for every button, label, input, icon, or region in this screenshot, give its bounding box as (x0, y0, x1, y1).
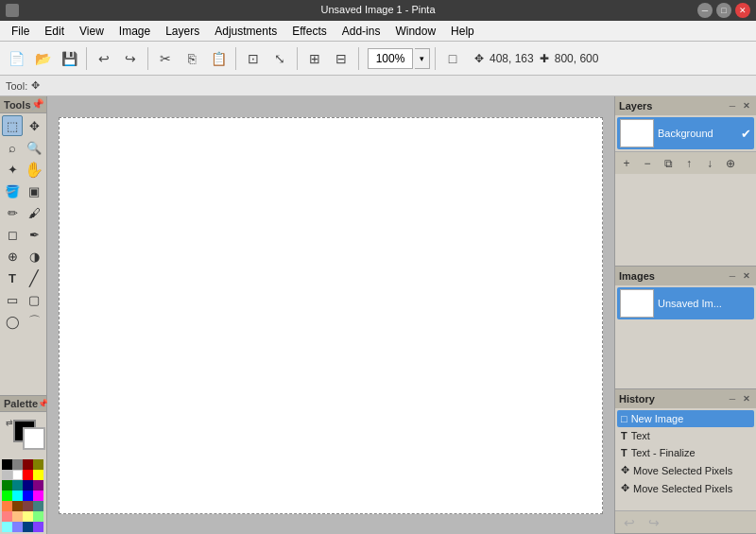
color-gray[interactable] (12, 459, 23, 470)
open-button[interactable]: 📂 (30, 46, 55, 71)
color-fuchsia[interactable] (33, 491, 43, 501)
zoom-dropdown[interactable]: ▾ (415, 48, 430, 69)
images-minimize-btn[interactable]: ─ (727, 270, 738, 282)
tool-rectangle[interactable]: ▭ (2, 289, 23, 310)
color-yellow[interactable] (33, 470, 43, 480)
tool-line[interactable]: ╱ (24, 267, 44, 288)
menu-help[interactable]: Help (443, 23, 482, 40)
layers-minimize-btn[interactable]: ─ (727, 100, 738, 112)
canvas-area[interactable] (47, 96, 614, 534)
color-red[interactable] (23, 470, 33, 480)
resize-button[interactable]: ⤡ (267, 46, 292, 71)
tool-rounded-rect[interactable]: ▢ (24, 289, 44, 310)
color-blue[interactable] (23, 491, 33, 501)
color-violet[interactable] (33, 522, 43, 532)
color-brown[interactable] (12, 501, 23, 511)
color-periwinkle[interactable] (12, 522, 23, 532)
menu-window[interactable]: Window (387, 23, 443, 40)
menu-edit[interactable]: Edit (37, 23, 72, 40)
color-slate[interactable] (33, 501, 43, 511)
fit-button[interactable]: □ (440, 46, 465, 71)
color-light-cyan[interactable] (2, 522, 12, 532)
history-close-btn[interactable]: ✕ (741, 393, 752, 405)
color-dark-blue[interactable] (23, 522, 33, 532)
menu-file[interactable]: File (4, 23, 37, 40)
color-light-red[interactable] (2, 511, 12, 522)
tool-gradient[interactable]: ▣ (24, 181, 44, 201)
select-all-button[interactable]: ⊞ (302, 46, 327, 71)
paste-button[interactable]: 📋 (206, 46, 231, 71)
layer-add-btn[interactable]: + (617, 154, 636, 173)
save-button[interactable]: 💾 (57, 46, 81, 71)
color-green[interactable] (2, 480, 12, 491)
history-item-text-finalize[interactable]: T Text - Finalize (617, 444, 754, 461)
layer-item-background[interactable]: Background ✔ (617, 117, 754, 149)
history-item-new-image[interactable]: □ New Image (617, 410, 754, 427)
color-purple[interactable] (33, 480, 43, 491)
close-button[interactable]: ✕ (735, 3, 750, 18)
layer-duplicate-btn[interactable]: ⧉ (659, 154, 678, 173)
tool-rectangle-select[interactable]: ⬚ (2, 115, 23, 136)
menu-effects[interactable]: Effects (284, 23, 334, 40)
undo-button[interactable]: ↩ (92, 46, 116, 71)
menu-addins[interactable]: Add-ins (335, 23, 388, 40)
history-item-move-2[interactable]: ✥ Move Selected Pixels (617, 479, 754, 497)
history-item-move-1[interactable]: ✥ Move Selected Pixels (617, 461, 754, 479)
background-color[interactable] (23, 427, 45, 450)
tool-move[interactable]: ✥ (24, 115, 44, 136)
redo-button[interactable]: ↪ (118, 46, 143, 71)
color-lime[interactable] (2, 491, 12, 501)
color-aqua[interactable] (12, 491, 23, 501)
swap-colors-icon[interactable]: ⇄ (6, 418, 15, 427)
history-redo-btn[interactable]: ↪ (644, 513, 664, 532)
layer-up-btn[interactable]: ↑ (679, 154, 698, 173)
tool-ellipse[interactable]: ◯ (2, 311, 23, 332)
canvas[interactable] (59, 117, 603, 514)
tool-magic-wand[interactable]: ✦ (2, 159, 23, 180)
tools-pin-icon[interactable]: 📌 (31, 98, 44, 111)
tool-recolor[interactable]: ◑ (24, 246, 44, 267)
history-item-text[interactable]: T Text (617, 427, 754, 444)
color-light-yellow[interactable] (23, 511, 33, 522)
color-dark-red[interactable] (23, 501, 33, 511)
tool-clone[interactable]: ⊕ (2, 246, 23, 267)
new-file-button[interactable]: 📄 (4, 46, 28, 71)
tool-zoom[interactable]: 🔍 (24, 137, 44, 158)
color-maroon[interactable] (23, 459, 33, 470)
color-white[interactable] (12, 470, 23, 480)
zoom-input[interactable]: 100% (368, 48, 413, 69)
tool-lasso[interactable]: ⌕ (2, 137, 23, 158)
tool-pan[interactable]: ✋ (24, 159, 44, 180)
tool-ink[interactable]: ✒ (24, 224, 44, 245)
color-navy[interactable] (23, 480, 33, 491)
history-undo-btn[interactable]: ↩ (619, 513, 640, 532)
color-teal[interactable] (12, 480, 23, 491)
layer-down-btn[interactable]: ↓ (700, 154, 719, 173)
color-peach[interactable] (12, 511, 23, 522)
minimize-button[interactable]: ─ (697, 3, 713, 18)
layer-merge-btn[interactable]: ⊕ (721, 154, 740, 173)
layer-visible-check[interactable]: ✔ (741, 127, 751, 141)
tool-paint-bucket[interactable]: 🪣 (2, 181, 23, 201)
color-light-green[interactable] (33, 511, 43, 522)
image-item-unsaved[interactable]: Unsaved Im... (617, 287, 754, 319)
menu-layers[interactable]: Layers (158, 23, 207, 40)
color-black[interactable] (2, 459, 12, 470)
deselect-button[interactable]: ⊟ (329, 46, 353, 71)
images-close-btn[interactable]: ✕ (741, 270, 752, 282)
crop-button[interactable]: ⊡ (241, 46, 266, 71)
tool-eraser[interactable]: ◻ (2, 224, 23, 245)
tool-text[interactable]: T (2, 267, 23, 288)
copy-button[interactable]: ⎘ (180, 46, 204, 71)
menu-image[interactable]: Image (112, 23, 158, 40)
tool-pencil[interactable]: ✏ (2, 202, 23, 223)
maximize-button[interactable]: □ (716, 3, 731, 18)
color-silver[interactable] (2, 470, 12, 480)
menu-adjustments[interactable]: Adjustments (207, 23, 284, 40)
layers-close-btn[interactable]: ✕ (741, 100, 752, 112)
menu-view[interactable]: View (72, 23, 112, 40)
history-minimize-btn[interactable]: ─ (727, 393, 738, 405)
layer-delete-btn[interactable]: − (638, 154, 657, 173)
tool-freeform[interactable]: ⌒ (24, 311, 44, 332)
color-olive[interactable] (33, 459, 43, 470)
